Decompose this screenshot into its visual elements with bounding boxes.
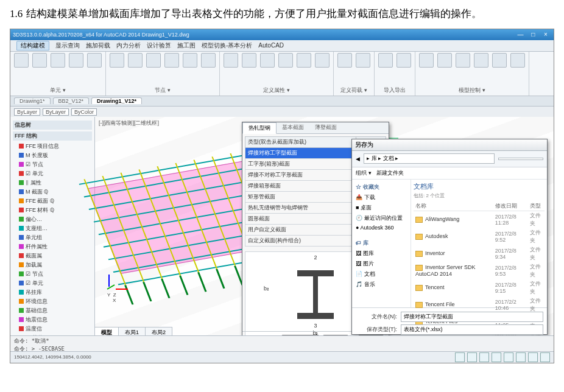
tree-item[interactable]: 加载属 — [19, 261, 92, 270]
ribbon-button[interactable] — [14, 53, 29, 68]
command-line[interactable]: 命令: *取消* 命令: > -SECBASE — [10, 335, 554, 352]
tree-item[interactable]: 基础信息 — [19, 306, 92, 315]
ribbon-button[interactable] — [378, 53, 393, 68]
breadcrumb-path[interactable]: ▸ 库 ▸ 文档 ▸ — [364, 153, 495, 164]
tree-item[interactable]: 地震信息 — [19, 315, 92, 324]
ribbon-button[interactable] — [224, 53, 238, 68]
ribbon-group-label[interactable]: 单元 ▾ — [14, 86, 102, 94]
viewport-label[interactable]: [-][西南等轴测][二维线框] — [99, 119, 159, 127]
search-input[interactable] — [498, 158, 543, 160]
col-date[interactable]: 修改日期 — [493, 201, 528, 211]
nav-item[interactable]: ■ 桌面 — [354, 203, 408, 213]
file-row[interactable]: Autodesk2017/2/8 9:52文件夹 — [414, 228, 545, 245]
linetype-combo[interactable]: ByLayer — [43, 108, 69, 116]
ribbon-group-label[interactable]: 模型控制 ▾ — [419, 86, 525, 94]
tree-item[interactable]: 杆件属性 — [19, 242, 92, 251]
ribbon-button[interactable] — [146, 53, 161, 68]
nav-item[interactable]: 📥 下载 — [354, 192, 408, 203]
ribbon-button[interactable] — [164, 53, 179, 68]
document-tab[interactable]: BB2_V12* — [53, 97, 90, 104]
tree-item[interactable]: ☑ 单元 — [19, 279, 92, 288]
nav-item[interactable]: ☆ 收藏夹 — [354, 182, 408, 192]
save-nav-pane[interactable]: ☆ 收藏夹📥 下载■ 桌面🕘 最近访问的位置● Autodesk 360🏷 库🖼… — [352, 180, 411, 307]
ribbon-group-label[interactable]: 节点 ▾ — [110, 86, 216, 94]
section-tab[interactable]: 基本截面 — [277, 122, 309, 133]
ribbon-button[interactable] — [201, 53, 216, 68]
minimize-button[interactable]: — — [515, 31, 526, 38]
file-row[interactable]: AliWangWang2017/2/8 11:28文件夹 — [414, 211, 545, 228]
ribbon-button[interactable] — [69, 53, 83, 68]
ribbon-tab[interactable]: AutoCAD — [258, 42, 284, 49]
file-row[interactable]: Tencent2017/2/8 9:15文件夹 — [414, 279, 545, 296]
ribbon-button[interactable] — [315, 53, 330, 68]
maximize-button[interactable]: □ — [527, 31, 538, 38]
close-button[interactable]: × — [540, 31, 551, 38]
ribbon-button[interactable] — [128, 53, 143, 68]
tree-item[interactable]: 截面属 — [19, 251, 92, 261]
file-row[interactable]: Tencent File2017/2/2 10:46文件夹 — [414, 296, 545, 313]
nav-item[interactable]: 🏷 库 — [354, 238, 408, 248]
ribbon-button[interactable] — [260, 53, 275, 68]
ribbon-button[interactable] — [87, 53, 102, 68]
tree-item[interactable]: 单元组 — [19, 233, 92, 242]
organize-button[interactable]: 组织 ▾ — [356, 169, 372, 177]
ribbon-button[interactable] — [456, 53, 470, 68]
layer-combo[interactable]: ByLayer — [14, 108, 40, 116]
tree-item[interactable]: 环境信息 — [19, 297, 92, 306]
ribbon-group-label[interactable]: 定义荷载 ▾ — [337, 86, 370, 94]
col-type[interactable]: 类型 — [528, 201, 545, 211]
new-folder-button[interactable]: 新建文件夹 — [376, 169, 404, 177]
nav-back-icon[interactable]: ◀ — [356, 156, 360, 162]
nav-item[interactable]: 🎵 音乐 — [354, 279, 408, 290]
ribbon-button[interactable] — [51, 53, 65, 68]
ribbon-button[interactable] — [242, 53, 256, 68]
nav-item[interactable]: 🖼 图片 — [354, 259, 408, 269]
file-row[interactable]: Inventor2017/2/8 9:34文件夹 — [414, 245, 545, 262]
document-tab[interactable]: Drawing1_V12* — [91, 97, 142, 104]
ribbon-button[interactable] — [337, 53, 352, 68]
tree-item[interactable]: M 长度板 — [19, 151, 92, 160]
ribbon-tab[interactable]: 显示查询 — [55, 41, 80, 50]
ribbon-button[interactable] — [437, 53, 452, 68]
file-row[interactable]: Inventor Server SDK AutoCAD 20142017/2/8… — [414, 262, 545, 279]
tree-item[interactable]: 温度信 — [19, 324, 92, 334]
ribbon-group-label[interactable]: 导入导出 — [378, 86, 411, 94]
ribbon-tab[interactable]: 施加荷载 — [86, 41, 110, 50]
nav-item[interactable]: 📄 文档 — [354, 269, 408, 279]
col-name[interactable]: 名称 — [414, 201, 493, 211]
tree-item[interactable]: FFE 材料 ℚ — [19, 206, 92, 215]
tree-item[interactable]: FFE 项目信息 — [19, 142, 92, 151]
viewcube-icon[interactable] — [455, 352, 465, 362]
ribbon-tab[interactable]: 内力分析 — [116, 41, 141, 50]
ribbon-tab[interactable]: 施工图 — [177, 41, 196, 50]
tree-item[interactable]: 偏心… — [19, 215, 92, 224]
ribbon-button[interactable] — [278, 53, 293, 68]
section-tab[interactable]: 薄壁截面 — [309, 122, 342, 133]
nav-item[interactable]: ● Autodesk 360 — [354, 223, 408, 232]
ribbon-tab[interactable]: 模型切换-基本分析 — [202, 41, 252, 50]
col-type[interactable]: 类型(双击从截面库加载) — [245, 136, 356, 147]
ribbon-button[interactable] — [110, 53, 124, 68]
tree-item[interactable]: ☑ 节点 — [19, 270, 92, 279]
filetype-combo[interactable]: 表格文件(*.xlsx) — [401, 324, 543, 335]
ribbon-tab[interactable]: 结构建模 — [16, 41, 49, 51]
ribbon-button[interactable] — [397, 53, 411, 68]
tree-item[interactable]: FFE 截面 ℚ — [19, 197, 92, 206]
section-tab[interactable]: 热轧型钢 — [242, 122, 277, 134]
ribbon-button[interactable] — [474, 53, 488, 68]
tree-item[interactable]: 支座组… — [19, 224, 92, 233]
ribbon-button[interactable] — [32, 53, 47, 68]
nav-item[interactable]: 🖼 图库 — [354, 248, 408, 259]
filename-input[interactable]: 焊接对称工字型截面 — [401, 312, 543, 322]
ribbon-button[interactable] — [297, 53, 311, 68]
document-tab[interactable]: Drawing1* — [14, 97, 51, 104]
ribbon-tab[interactable]: 设计验算 — [147, 41, 171, 50]
nav-item[interactable]: 🕘 最近访问的位置 — [354, 213, 408, 223]
ribbon-button[interactable] — [356, 53, 370, 68]
save-file-list[interactable]: 文档库 包括: 2 个位置 名称 修改日期 类型 AliWangWang2017… — [411, 180, 547, 307]
info-tree-root[interactable]: FFF 结构 — [13, 131, 92, 141]
ribbon-group-label[interactable]: 定义属性 ▾ — [224, 86, 330, 94]
ribbon-button[interactable] — [492, 53, 507, 68]
tree-item[interactable]: 吊挂库 — [19, 288, 92, 297]
ribbon-button[interactable] — [419, 53, 434, 68]
